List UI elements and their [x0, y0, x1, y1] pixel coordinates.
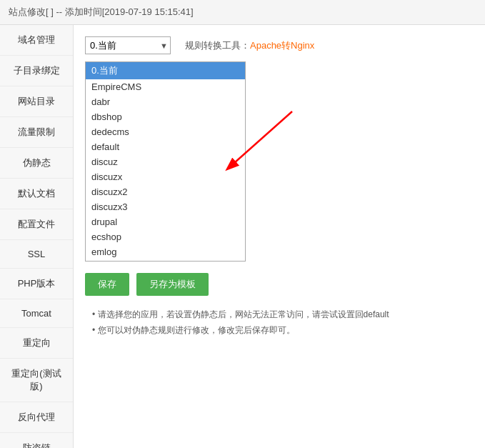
sidebar-item-配置文件[interactable]: 配置文件	[0, 209, 73, 240]
list-item[interactable]: dbshop	[86, 109, 245, 124]
dropdown-row: 0.当前EmpireCMSdabrdbshopdedecmsdefaultdis…	[85, 36, 474, 54]
rule-tool-link[interactable]: Apache转Nginx	[250, 40, 314, 51]
page-wrapper: 站点修改[ ] -- 添加时间[2019-07-19 15:15:41] 域名管…	[0, 0, 485, 448]
sidebar-item-反向代理[interactable]: 反向代理	[0, 402, 73, 433]
sidebar-item-SSL[interactable]: SSL	[0, 240, 73, 269]
list-item[interactable]: dabr	[86, 94, 245, 109]
rewrite-select[interactable]: 0.当前EmpireCMSdabrdbshopdedecmsdefaultdis…	[85, 36, 171, 54]
list-box-container: 0.当前EmpireCMSdabrdbshopdedecmsdefaultdis…	[85, 61, 474, 262]
list-item[interactable]: discuzx	[86, 169, 245, 184]
list-item[interactable]: 0.当前	[86, 62, 245, 79]
notes-list: 请选择您的应用，若设置伪静态后，网站无法正常访问，请尝试设置回default您可…	[85, 307, 474, 338]
list-box[interactable]: 0.当前EmpireCMSdabrdbshopdedecmsdefaultdis…	[85, 61, 246, 262]
list-item[interactable]: discuzx3	[86, 199, 245, 214]
sidebar: 域名管理子目录绑定网站目录流量限制伪静态默认文档配置文件SSLPHP版本Tomc…	[0, 25, 74, 448]
list-item[interactable]: emlog	[86, 244, 245, 259]
sidebar-item-网站目录[interactable]: 网站目录	[0, 86, 73, 117]
sidebar-item-子目录绑定[interactable]: 子目录绑定	[0, 56, 73, 86]
note-item: 请选择您的应用，若设置伪静态后，网站无法正常访问，请尝试设置回default	[85, 307, 474, 323]
sidebar-item-默认文档[interactable]: 默认文档	[0, 179, 73, 209]
sidebar-item-伪静态[interactable]: 伪静态	[0, 148, 73, 179]
sidebar-item-域名管理[interactable]: 域名管理	[0, 25, 73, 56]
sidebar-item-流量限制[interactable]: 流量限制	[0, 117, 73, 148]
note-item: 您可以对伪静态规则进行修改，修改完后保存即可。	[85, 323, 474, 339]
button-row: 保存 另存为模板	[85, 273, 474, 296]
list-item[interactable]: discuz	[86, 154, 245, 169]
sidebar-item-Tomcat[interactable]: Tomcat	[0, 299, 73, 328]
list-item[interactable]: EmpireCMS	[86, 79, 245, 94]
rule-tool-label: 规则转换工具：	[185, 40, 250, 51]
sidebar-item-防盗链[interactable]: 防盗链	[0, 433, 73, 448]
content-area: 0.当前EmpireCMSdabrdbshopdedecmsdefaultdis…	[74, 25, 485, 448]
sidebar-item-重定向(测试版)[interactable]: 重定向(测试版)	[0, 359, 73, 402]
list-item[interactable]: ecshop	[86, 229, 245, 244]
main-layout: 域名管理子目录绑定网站目录流量限制伪静态默认文档配置文件SSLPHP版本Tomc…	[0, 25, 485, 448]
list-item[interactable]: default	[86, 139, 245, 154]
select-wrapper: 0.当前EmpireCMSdabrdbshopdedecmsdefaultdis…	[85, 36, 171, 54]
list-item[interactable]: discuzx2	[86, 184, 245, 199]
list-item[interactable]: dedecms	[86, 124, 245, 139]
top-bar: 站点修改[ ] -- 添加时间[2019-07-19 15:15:41]	[0, 0, 485, 25]
save-button[interactable]: 保存	[85, 273, 129, 296]
list-item[interactable]: drupal	[86, 214, 245, 229]
save-as-template-button[interactable]: 另存为模板	[136, 273, 209, 296]
list-item[interactable]: laravel5	[86, 259, 245, 262]
sidebar-item-重定向[interactable]: 重定向	[0, 328, 73, 359]
top-bar-text: 站点修改[ ] -- 添加时间[2019-07-19 15:15:41]	[9, 6, 194, 17]
sidebar-item-PHP版本[interactable]: PHP版本	[0, 269, 73, 299]
rule-tool: 规则转换工具：Apache转Nginx	[185, 39, 314, 52]
